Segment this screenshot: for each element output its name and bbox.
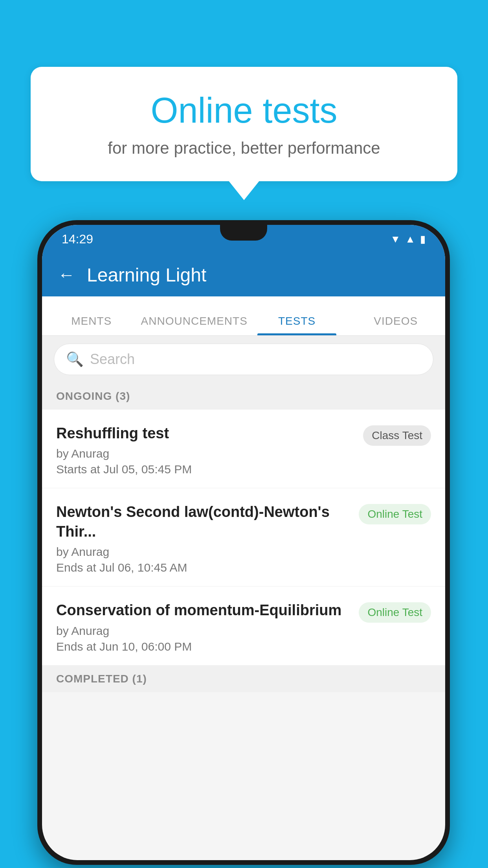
- search-icon: 🔍: [66, 351, 84, 368]
- status-time: 14:29: [62, 232, 93, 246]
- app-bar: ← Learning Light: [42, 253, 445, 296]
- test-item-reshuffling[interactable]: Reshuffling test by Anurag Starts at Jul…: [42, 410, 445, 488]
- test-date-3: Ends at Jun 10, 06:00 PM: [56, 640, 359, 653]
- test-author-2: by Anurag: [56, 545, 359, 559]
- test-author-3: by Anurag: [56, 624, 359, 638]
- tab-ments[interactable]: MENTS: [42, 315, 141, 335]
- notch: [220, 225, 267, 241]
- ongoing-section-header: ONGOING (3): [42, 383, 445, 410]
- status-bar: 14:29 ▼ ▲ ▮: [42, 225, 445, 253]
- completed-section-header: COMPLETED (1): [42, 666, 445, 692]
- phone-frame: 14:29 ▼ ▲ ▮ ← Learning Light MENTS ANNOU…: [37, 220, 450, 865]
- tabs-bar: MENTS ANNOUNCEMENTS TESTS VIDEOS: [42, 296, 445, 336]
- phone-inner: 14:29 ▼ ▲ ▮ ← Learning Light MENTS ANNOU…: [42, 225, 445, 860]
- test-author-1: by Anurag: [56, 447, 363, 460]
- status-icons: ▼ ▲ ▮: [391, 233, 426, 245]
- wifi-icon: ▼: [391, 233, 401, 245]
- test-info-3: Conservation of momentum-Equilibrium by …: [56, 601, 359, 653]
- test-item-conservation[interactable]: Conservation of momentum-Equilibrium by …: [42, 587, 445, 665]
- test-item-newton[interactable]: Newton's Second law(contd)-Newton's Thir…: [42, 488, 445, 587]
- test-name-2: Newton's Second law(contd)-Newton's Thir…: [56, 502, 359, 541]
- test-date-2: Ends at Jul 06, 10:45 AM: [56, 561, 359, 574]
- test-name-1: Reshuffling test: [56, 424, 363, 443]
- signal-icon: ▲: [405, 233, 415, 245]
- test-info-1: Reshuffling test by Anurag Starts at Jul…: [56, 424, 363, 476]
- test-info-2: Newton's Second law(contd)-Newton's Thir…: [56, 502, 359, 574]
- speech-bubble: Online tests for more practice, better p…: [31, 67, 457, 181]
- search-bar[interactable]: 🔍 Search: [54, 344, 433, 375]
- app-title: Learning Light: [87, 264, 206, 286]
- search-input[interactable]: Search: [90, 351, 135, 368]
- bubble-subtitle: for more practice, better performance: [62, 139, 426, 158]
- search-container: 🔍 Search: [42, 336, 445, 383]
- test-badge-1: Class Test: [363, 425, 431, 446]
- tab-tests[interactable]: TESTS: [248, 315, 347, 335]
- test-badge-2: Online Test: [359, 504, 431, 524]
- test-badge-3: Online Test: [359, 602, 431, 623]
- test-name-3: Conservation of momentum-Equilibrium: [56, 601, 359, 620]
- bubble-title: Online tests: [62, 90, 426, 131]
- test-date-1: Starts at Jul 05, 05:45 PM: [56, 463, 363, 476]
- battery-icon: ▮: [420, 233, 426, 245]
- tab-videos[interactable]: VIDEOS: [346, 315, 445, 335]
- back-button[interactable]: ←: [58, 265, 75, 285]
- tab-announcements[interactable]: ANNOUNCEMENTS: [141, 315, 248, 335]
